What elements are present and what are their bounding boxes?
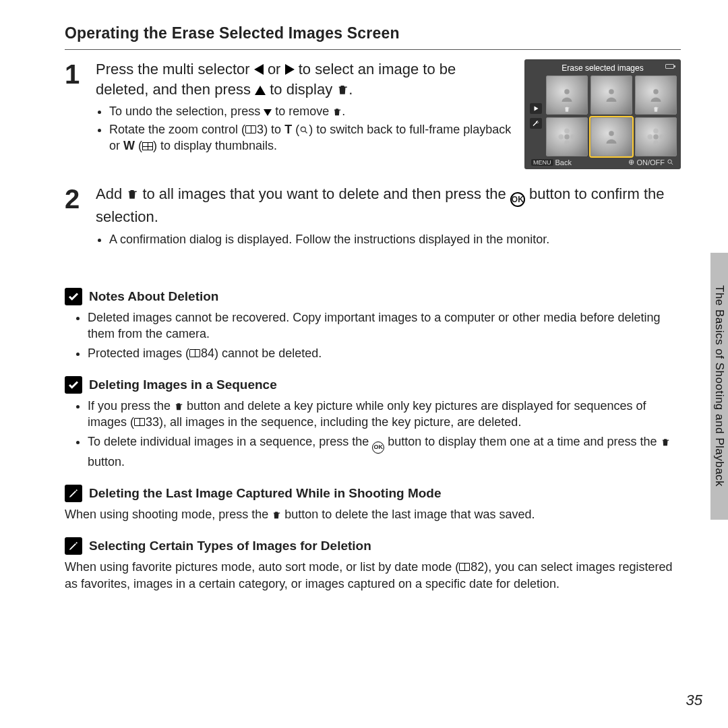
thumbnails-icon bbox=[142, 142, 153, 150]
thumb bbox=[635, 117, 677, 156]
text: or bbox=[268, 61, 285, 78]
page-number: 35 bbox=[686, 692, 702, 709]
trash-icon bbox=[332, 107, 342, 117]
check-note-icon bbox=[65, 288, 82, 305]
up-arrow-icon bbox=[255, 86, 266, 95]
note-title: Selecting Certain Types of Images for De… bbox=[89, 539, 371, 553]
section-tab: The Basics of Shooting and Playback bbox=[710, 253, 728, 520]
lcd-title: Erase selected images bbox=[562, 63, 643, 73]
deleting-last-image: Deleting the Last Image Captured While i… bbox=[65, 485, 681, 522]
trash-icon bbox=[174, 402, 183, 411]
page-ref: 84 bbox=[201, 345, 214, 361]
step-2: 2 Add to all images that you want to del… bbox=[65, 184, 681, 249]
lcd-onoff: ON/OFF bbox=[636, 158, 665, 166]
text: Protected images ( bbox=[88, 346, 189, 360]
pencil-note-icon bbox=[65, 485, 82, 502]
step1-bullet-1: To undo the selection, press to remove . bbox=[109, 103, 512, 119]
step2-heading: Add to all images that you want to delet… bbox=[96, 184, 681, 227]
text: ), all images in the sequence, including… bbox=[159, 415, 521, 429]
lcd-back: Back bbox=[555, 158, 572, 166]
book-icon bbox=[245, 125, 256, 133]
note-title: Deleting Images in a Sequence bbox=[89, 377, 277, 392]
thumb-selected bbox=[590, 117, 632, 156]
book-icon bbox=[134, 418, 145, 426]
book-icon bbox=[189, 349, 200, 357]
text: to remove bbox=[275, 104, 332, 118]
ok-button-icon: OK bbox=[372, 442, 384, 454]
note-bullet: Deleted images cannot be recovered. Copy… bbox=[88, 309, 681, 342]
book-icon bbox=[459, 563, 470, 571]
page-ref: 33 bbox=[146, 414, 159, 430]
step1-bullet-2: Rotate the zoom control (3) to T () to s… bbox=[109, 121, 512, 154]
onoff-icon: ⊕ bbox=[628, 158, 634, 166]
page-ref: 82 bbox=[471, 559, 484, 575]
step-1: 1 Press the multi selector or to select … bbox=[65, 59, 512, 155]
deleting-images-sequence: Deleting Images in a Sequence If you pre… bbox=[65, 376, 681, 470]
text: . bbox=[348, 81, 353, 98]
note-title: Notes About Deletion bbox=[89, 289, 218, 304]
pencil-note-icon bbox=[65, 537, 82, 555]
text: Press the multi selector bbox=[96, 61, 254, 78]
check-note-icon bbox=[65, 376, 82, 394]
playback-mode-icon bbox=[530, 103, 542, 114]
note-paragraph: When using favorite pictures mode, auto … bbox=[65, 559, 681, 592]
divider bbox=[65, 49, 681, 50]
text: button to delete the last image that was… bbox=[281, 508, 535, 521]
text: button to display them one at a time and… bbox=[384, 435, 660, 448]
menu-key-icon: MENU bbox=[531, 159, 553, 166]
right-arrow-icon bbox=[285, 64, 295, 75]
trash-icon bbox=[661, 437, 670, 447]
notes-about-deletion: Notes About Deletion Deleted images cann… bbox=[65, 288, 681, 361]
zoom-t-label: T bbox=[284, 123, 292, 136]
step-number-1: 1 bbox=[65, 59, 84, 155]
trash-icon bbox=[336, 84, 348, 96]
text: to all images that you want to delete an… bbox=[142, 185, 510, 202]
text: ) to display thumbnails. bbox=[153, 139, 277, 152]
page-ref: 3 bbox=[257, 121, 264, 138]
note-bullet: To delete individual images in a sequenc… bbox=[88, 433, 681, 470]
left-arrow-icon bbox=[254, 64, 264, 75]
text: When using shooting mode, press the bbox=[65, 508, 272, 521]
text: to display bbox=[270, 81, 336, 98]
text: To delete individual images in a sequenc… bbox=[88, 435, 372, 448]
ok-button-icon: OK bbox=[510, 192, 525, 207]
text: Rotate the zoom control ( bbox=[109, 123, 245, 136]
thumb bbox=[546, 75, 588, 115]
down-arrow-icon bbox=[264, 109, 272, 116]
note-bullet: If you press the button and delete a key… bbox=[88, 398, 681, 431]
text: ) cannot be deleted. bbox=[214, 346, 322, 360]
note-title: Deleting the Last Image Captured While i… bbox=[89, 486, 442, 501]
trash-icon bbox=[126, 188, 138, 200]
selecting-types-deletion: Selecting Certain Types of Images for De… bbox=[65, 537, 681, 592]
section-tab-text: The Basics of Shooting and Playback bbox=[712, 285, 726, 487]
step-number-2: 2 bbox=[65, 184, 84, 249]
thumb bbox=[546, 117, 588, 156]
page-title: Operating the Erase Selected Images Scre… bbox=[65, 24, 681, 42]
text: If you press the bbox=[88, 399, 174, 413]
step1-heading: Press the multi selector or to select an… bbox=[96, 59, 512, 99]
battery-icon bbox=[665, 64, 674, 69]
thumb bbox=[590, 75, 632, 115]
text: When using favorite pictures mode, auto … bbox=[65, 560, 459, 574]
text: button. bbox=[88, 455, 125, 468]
text: . bbox=[342, 104, 345, 118]
thumb bbox=[635, 75, 677, 115]
zoom-w-label: W bbox=[123, 139, 135, 152]
camera-lcd-illustration: Erase selected images MENUBack ⊕ON/OFF bbox=[524, 59, 681, 169]
text: Add bbox=[96, 185, 126, 202]
step2-bullet-1: A confirmation dialog is displayed. Foll… bbox=[109, 231, 681, 247]
text: ) to bbox=[264, 123, 284, 136]
magnify-icon bbox=[667, 158, 674, 166]
text: To undo the selection, press bbox=[109, 104, 264, 118]
trash-icon bbox=[272, 510, 281, 520]
note-bullet: Protected images (84) cannot be deleted. bbox=[88, 345, 681, 361]
setup-icon bbox=[530, 118, 542, 129]
note-paragraph: When using shooting mode, press the butt… bbox=[65, 506, 681, 522]
magnify-icon bbox=[299, 125, 309, 135]
